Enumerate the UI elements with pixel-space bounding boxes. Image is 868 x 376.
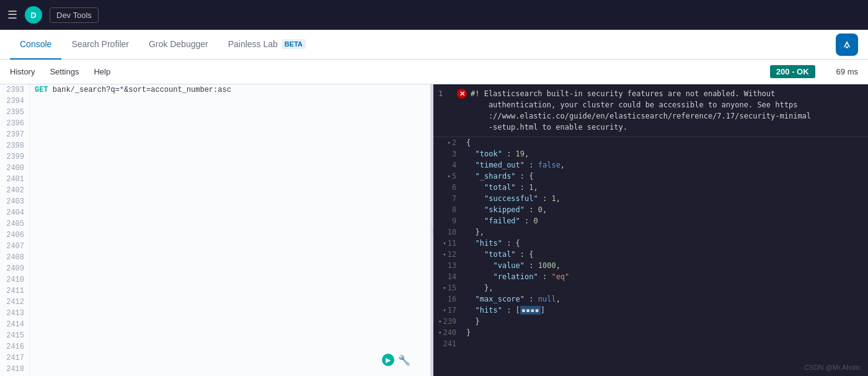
code-line xyxy=(35,308,425,319)
code-line xyxy=(35,341,425,352)
code-line xyxy=(35,263,425,274)
output-code: { "took" : 19, "timed_out" : false, "_sh… xyxy=(461,137,868,376)
error-icon: ✕ xyxy=(457,89,467,99)
help-button[interactable]: Help xyxy=(94,65,110,79)
run-button[interactable]: ▶ 🔧 xyxy=(382,354,410,366)
output-line: "max_score" : null, xyxy=(466,293,863,305)
code-line xyxy=(35,218,425,230)
avatar: D xyxy=(25,6,42,24)
tab-grok-debugger[interactable]: Grok Debugger xyxy=(139,30,218,60)
editor-content[interactable]: 2393 2394 2395 2396 2397 2398 2399 2400 … xyxy=(0,84,430,376)
settings-button[interactable]: Settings xyxy=(50,65,79,79)
fold-arrow[interactable]: ▾ xyxy=(438,316,441,327)
output-line: "total" : 1, xyxy=(466,182,863,193)
line-numbers: 2393 2394 2395 2396 2397 2398 2399 2400 … xyxy=(0,84,30,376)
code-line xyxy=(35,207,425,218)
output-line: "value" : 1000, xyxy=(466,260,863,271)
output-line: "total" : { xyxy=(466,249,863,260)
request-url: bank/_search?q=*&sort=account_number:asc xyxy=(48,86,231,94)
dev-tools-button[interactable]: Dev Tools xyxy=(50,7,99,23)
output-line: }, xyxy=(466,226,863,238)
output-panel: 1 ✕ #! Elasticsearch built-in security f… xyxy=(433,84,868,376)
fold-arrow[interactable]: ▾ xyxy=(447,137,450,148)
top-bar: ☰ D Dev Tools xyxy=(0,0,868,30)
code-line xyxy=(35,140,425,151)
hamburger-icon[interactable]: ☰ xyxy=(7,8,17,22)
output-line: "_shards" : { xyxy=(466,171,863,182)
output-line xyxy=(466,338,863,349)
nav-right xyxy=(836,34,858,56)
wrench-icon: 🔧 xyxy=(398,354,410,366)
output-line: "successful" : 1, xyxy=(466,193,863,204)
status-badge: 200 - OK xyxy=(770,65,815,78)
history-button[interactable]: History xyxy=(10,65,35,79)
code-line xyxy=(35,107,425,118)
code-line xyxy=(35,129,425,140)
tab-painless-lab[interactable]: Painless Lab BETA xyxy=(218,30,316,60)
code-line xyxy=(35,364,425,375)
kibana-icon xyxy=(836,34,858,56)
tab-search-profiler[interactable]: Search Profiler xyxy=(61,30,139,60)
code-line xyxy=(35,241,425,252)
collapsed-array[interactable]: ▪▪▪▪ xyxy=(520,306,541,315)
output-line: "failed" : 0 xyxy=(466,215,863,226)
tab-console[interactable]: Console xyxy=(10,30,61,60)
output-line: "relation" : "eq" xyxy=(466,271,863,282)
error-banner: 1 ✕ #! Elasticsearch built-in security f… xyxy=(433,84,868,137)
code-line xyxy=(35,274,425,285)
output-line: "hits" : { xyxy=(466,238,863,249)
toolbar: History Settings Help 200 - OK 69 ms xyxy=(0,60,868,84)
code-line xyxy=(35,319,425,330)
fold-arrow[interactable]: ▾ xyxy=(438,327,441,338)
output-line: "skipped" : 0, xyxy=(466,204,863,215)
fold-arrow[interactable]: ▾ xyxy=(443,282,446,293)
code-line xyxy=(35,230,425,241)
code-line xyxy=(35,330,425,341)
nav-tabs: Console Search Profiler Grok Debugger Pa… xyxy=(0,30,868,60)
output-line: { xyxy=(466,137,863,148)
error-line-number: 1 xyxy=(438,88,456,99)
empty-line xyxy=(35,96,425,107)
code-line xyxy=(35,196,425,207)
run-icon: ▶ xyxy=(382,354,394,366)
code-line xyxy=(35,185,425,196)
editor-panel: 2393 2394 2395 2396 2397 2398 2399 2400 … xyxy=(0,84,431,376)
output-line: } xyxy=(466,316,863,327)
code-line xyxy=(35,163,425,174)
fold-arrow[interactable]: ▾ xyxy=(443,305,446,316)
fold-arrow[interactable]: ▾ xyxy=(447,171,450,182)
error-message: #! Elasticsearch built-in security featu… xyxy=(471,88,811,133)
output-line-numbers: ▾2 3 4 ▾5 6 7 8 9 10 ▾11 ▾12 13 14 ▾15 1… xyxy=(433,137,461,376)
code-line xyxy=(35,174,425,185)
output-line: "timed_out" : false, xyxy=(466,159,863,171)
code-line xyxy=(35,252,425,263)
output-line: "took" : 19, xyxy=(466,148,863,159)
main-area: 2393 2394 2395 2396 2397 2398 2399 2400 … xyxy=(0,84,868,376)
svg-point-1 xyxy=(846,46,848,48)
http-method: GET xyxy=(35,86,48,94)
output-line: }, xyxy=(466,282,863,293)
fold-arrow[interactable]: ▾ xyxy=(443,249,446,260)
output-line: "hits" : [▪▪▪▪] xyxy=(466,305,863,316)
code-editor[interactable]: GET bank/_search?q=*&sort=account_number… xyxy=(30,84,430,376)
fold-arrow[interactable]: ▾ xyxy=(443,238,446,249)
code-line xyxy=(35,297,425,308)
code-line xyxy=(35,285,425,297)
code-line xyxy=(35,352,425,364)
output-content: ▾2 3 4 ▾5 6 7 8 9 10 ▾11 ▾12 13 14 ▾15 1… xyxy=(433,137,868,376)
code-line xyxy=(35,151,425,163)
timing-label: 69 ms xyxy=(836,67,858,76)
output-line: } xyxy=(466,327,863,338)
beta-badge: BETA xyxy=(281,39,306,49)
code-line xyxy=(35,118,425,129)
